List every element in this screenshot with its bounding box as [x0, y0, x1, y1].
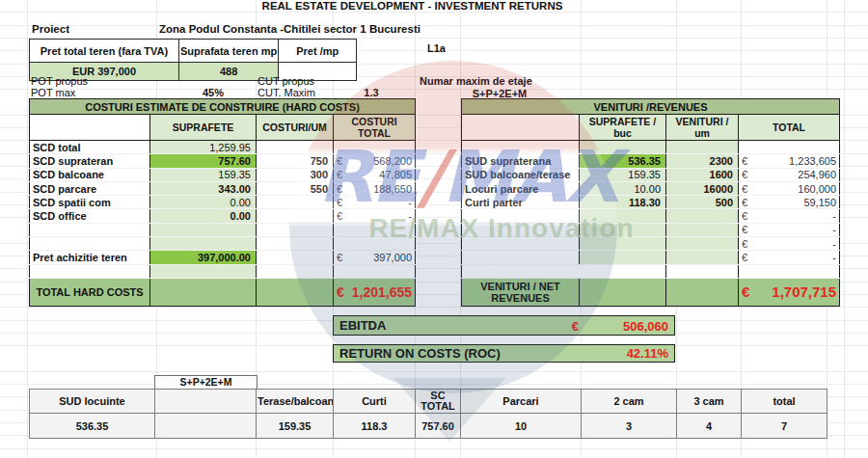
cost-row-label	[30, 223, 150, 236]
revenue-row-um: 16000	[666, 181, 739, 195]
units-value-sc-total: 757.60	[416, 414, 461, 439]
cost-row-label: Pret achizitie teren	[30, 251, 150, 264]
etaje-label: Numar maxim de etaje	[420, 75, 532, 87]
project-name: Zona Podul Constanta -Chitilei sector 1 …	[159, 23, 420, 35]
cost-row-label: SCD parcare	[30, 181, 150, 195]
revenue-row-um: 500	[666, 196, 739, 209]
revenues-total-value: €1,707,715	[739, 278, 840, 306]
cost-row-label	[30, 264, 150, 278]
pot-max-label: POT max	[31, 87, 75, 98]
land-header-pret-mp: Pret /mp	[279, 40, 357, 63]
revenue-row-um	[666, 264, 739, 278]
revenues-total-label: VENITURI / NET REVENUES	[462, 278, 580, 306]
revenue-row-suprafete	[580, 141, 666, 154]
cost-row-um	[257, 223, 334, 236]
revenues-total-spacer	[666, 278, 739, 306]
spreadsheet: REAL ESTATE DEVELOPMENT - INVESTMENT RET…	[0, 0, 868, 458]
page-title: REAL ESTATE DEVELOPMENT - INVESTMENT RET…	[0, 0, 825, 12]
cost-row-um: 300	[257, 168, 334, 181]
revenues-total-spacer	[580, 278, 666, 306]
revenue-row-suprafete	[580, 251, 666, 264]
revenue-row-um	[666, 141, 739, 154]
cut-maxim-label: CUT. Maxim	[258, 87, 315, 98]
cost-row-um	[257, 196, 334, 209]
cost-row-total	[334, 223, 416, 236]
cost-row-um	[257, 264, 334, 278]
revenue-row-suprafete: 118.30	[580, 196, 666, 209]
revenues-header-suprafete: SUPRAFETE / buc	[580, 115, 666, 141]
cost-row-label: SCD balcoane	[30, 168, 150, 181]
revenue-row-suprafete	[580, 237, 666, 251]
revenue-row-suprafete-highlight: 536.35	[580, 154, 666, 168]
cut-maxim-value: 1.3	[333, 87, 410, 98]
cost-row-total: €568,200	[334, 154, 416, 168]
revenue-row-total: €-	[739, 209, 840, 223]
revenue-row-total: €254,960	[739, 168, 840, 181]
cost-row-suprafete: 1,259.95	[150, 141, 257, 154]
gridline	[844, 0, 845, 458]
units-value-total: 7	[742, 414, 827, 439]
costs-total-spacer	[257, 278, 334, 306]
units-value-3cam: 4	[677, 414, 742, 439]
revenue-row-total	[739, 264, 840, 278]
revenues-header-total: TOTAL	[739, 115, 840, 141]
land-header-pret-total: Pret total teren (fara TVA)	[30, 40, 179, 63]
cost-row-suprafete-highlight: 757.60	[150, 154, 257, 168]
project-label: Proiect	[32, 23, 69, 35]
revenue-row-label	[462, 251, 580, 264]
cost-row-total: €188,650	[334, 181, 416, 195]
revenues-table: VENITURI /REVENUES SUPRAFETE / buc VENIT…	[461, 98, 840, 307]
revenue-row-um	[666, 251, 739, 264]
cut-propus-label: CUT propus	[258, 75, 314, 87]
units-table: SUD locuinte Terase/balcoane Curti SC TO…	[29, 389, 827, 439]
units-value-curti: 118.3	[334, 414, 416, 439]
cost-row-um: 750	[257, 154, 334, 168]
cost-row-suprafete	[150, 237, 257, 251]
revenue-row-um: 1600	[666, 168, 739, 181]
costs-header-total: COSTURI TOTAL	[334, 115, 416, 141]
units-header-sud-locuinte: SUD locuinte	[30, 390, 155, 414]
revenue-row-total: €-	[739, 251, 840, 264]
revenue-row-label: SUD balcoane/terase	[462, 168, 580, 181]
cost-row-label: SCD office	[30, 209, 150, 223]
units-header-curti: Curti	[334, 390, 416, 414]
costs-header-um: COSTURI/UM	[257, 115, 334, 141]
revenue-row-label	[462, 237, 580, 251]
ebitda-label: EBITDA	[339, 318, 386, 333]
cost-row-total: €47,805	[334, 168, 416, 181]
revenue-row-label	[462, 264, 580, 278]
units-header-sc-total: SC TOTAL	[416, 390, 461, 414]
units-header-total: total	[742, 390, 827, 414]
revenue-row-total: €59,150	[739, 196, 840, 209]
pot-max-value: 45%	[178, 87, 248, 98]
costs-header-blank	[30, 115, 150, 141]
units-header-terase: Terase/balcoane	[257, 390, 334, 414]
roc-bar: RETURN ON COSTS (ROC) 42.11%	[333, 344, 675, 363]
revenue-row-label: Curti parter	[462, 196, 580, 209]
revenue-row-suprafete: 10.00	[580, 181, 666, 195]
land-header-suprafata: Suprafata teren mp	[179, 40, 279, 63]
revenue-row-suprafete	[580, 209, 666, 223]
revenue-row-total: €-	[739, 223, 840, 236]
cost-row-suprafete: 343.00	[150, 181, 257, 195]
cost-row-label: SCD total	[30, 141, 150, 154]
cost-row-total: €-	[334, 209, 416, 223]
cost-row-total: €397,000	[334, 251, 416, 264]
cost-row-label: SCD suprateran	[30, 154, 150, 168]
revenue-row-total	[739, 141, 840, 154]
revenue-row-label: SUD supraterana	[462, 154, 580, 168]
cost-row-suprafete	[150, 223, 257, 236]
cost-row-label: SCD spatii com	[30, 196, 150, 209]
units-value-sud-locuinte: 536.35	[30, 414, 155, 439]
cost-row-suprafete: 0.00	[150, 196, 257, 209]
cost-row-total	[334, 237, 416, 251]
cost-row-suprafete-highlight: 397,000.00	[150, 251, 257, 264]
cost-row-label	[30, 237, 150, 251]
floors-box: S+P+2E+M	[154, 375, 258, 390]
revenue-row-suprafete	[580, 223, 666, 236]
cost-row-um	[257, 237, 334, 251]
revenue-row-label: Locuri parcare	[462, 181, 580, 195]
units-value-blank	[155, 414, 257, 439]
revenue-row-um	[666, 223, 739, 236]
cost-row-total	[334, 141, 416, 154]
